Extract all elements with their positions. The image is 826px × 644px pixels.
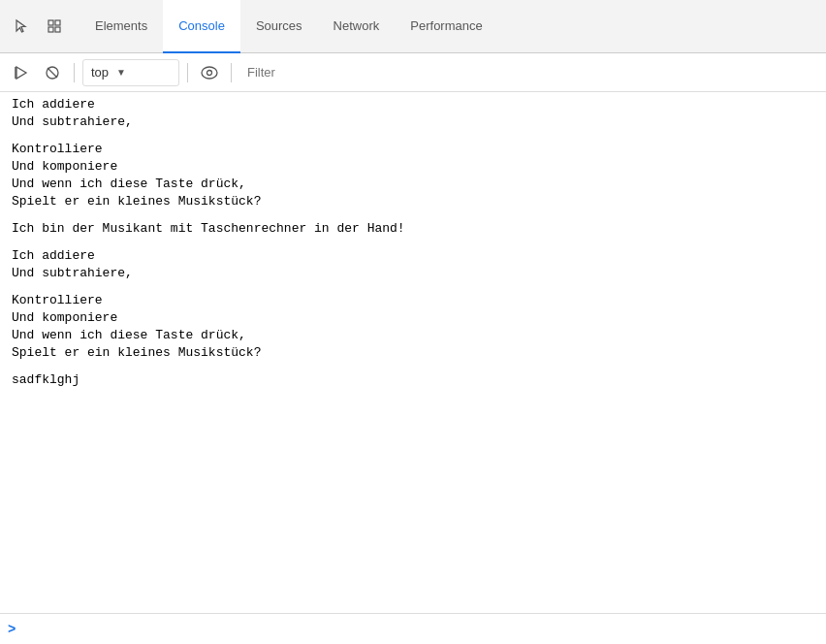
- svg-rect-3: [55, 27, 60, 32]
- console-line: [0, 238, 826, 247]
- console-line: Und subtrahiere,: [0, 265, 826, 282]
- tab-performance[interactable]: Performance: [395, 0, 497, 53]
- tab-elements[interactable]: Elements: [79, 0, 163, 53]
- console-input-bar: >: [0, 613, 826, 644]
- console-line: Spielt er ein kleines Musikstück?: [0, 344, 826, 362]
- console-line: Kontrolliere: [0, 141, 826, 158]
- console-line: Ich bin der Musikant mit Taschenrechner …: [0, 220, 826, 238]
- toolbar-divider-1: [74, 63, 75, 82]
- console-input[interactable]: [23, 622, 818, 636]
- execute-icon[interactable]: [8, 59, 35, 86]
- console-line: Und komponiere: [0, 158, 826, 176]
- console-line: Und wenn ich diese Taste drück,: [0, 327, 826, 344]
- console-line: sadfklghj: [0, 371, 826, 389]
- console-line: Kontrolliere: [0, 292, 826, 309]
- console-line: [0, 282, 826, 292]
- tab-console[interactable]: Console: [163, 0, 240, 53]
- tab-bar: Elements Console Sources Network Perform…: [0, 0, 826, 53]
- tab-network[interactable]: Network: [318, 0, 396, 53]
- console-line: Ich addiere: [0, 247, 826, 265]
- devtools-icons: [8, 13, 68, 40]
- console-output: Ich addiereUnd subtrahiere,KontrolliereU…: [0, 92, 826, 613]
- toolbar-divider-3: [231, 63, 232, 82]
- console-line: [0, 362, 826, 371]
- console-line: Ich addiere: [0, 96, 826, 113]
- svg-rect-0: [48, 20, 53, 25]
- svg-point-9: [207, 70, 212, 75]
- toolbar-divider-2: [187, 63, 188, 82]
- context-selector[interactable]: top ▼: [82, 59, 179, 86]
- console-line: [0, 131, 826, 141]
- inspect-icon[interactable]: [41, 13, 68, 40]
- console-toolbar: top ▼: [0, 53, 826, 92]
- tab-sources[interactable]: Sources: [240, 0, 318, 53]
- console-line: Und subtrahiere,: [0, 113, 826, 131]
- svg-point-8: [202, 67, 217, 79]
- chevron-down-icon: ▼: [116, 67, 126, 78]
- eye-icon[interactable]: [196, 59, 223, 86]
- console-line: Und komponiere: [0, 309, 826, 327]
- cursor-icon[interactable]: [8, 13, 35, 40]
- console-line: Spielt er ein kleines Musikstück?: [0, 193, 826, 210]
- filter-input[interactable]: [239, 59, 818, 86]
- console-line: Und wenn ich diese Taste drück,: [0, 176, 826, 193]
- console-line: [0, 210, 826, 220]
- clear-icon[interactable]: [39, 59, 66, 86]
- prompt-symbol: >: [8, 622, 16, 637]
- svg-line-7: [48, 68, 57, 78]
- svg-marker-4: [16, 67, 26, 79]
- svg-rect-1: [55, 20, 60, 25]
- svg-rect-2: [48, 27, 53, 32]
